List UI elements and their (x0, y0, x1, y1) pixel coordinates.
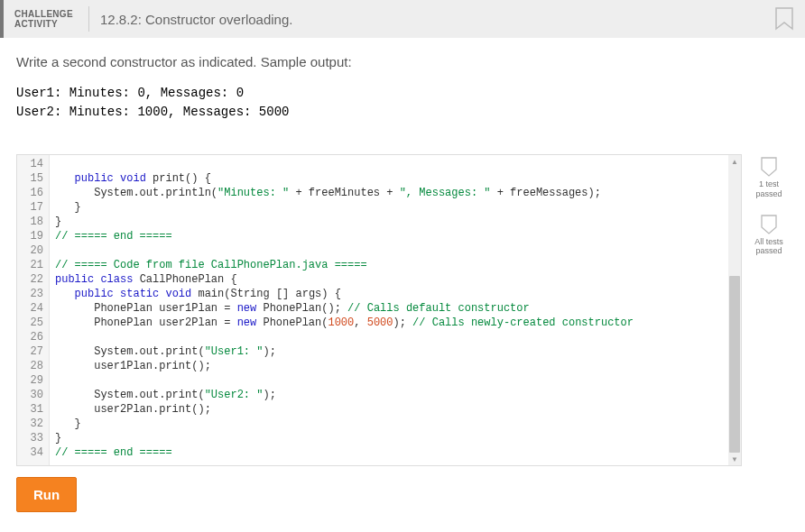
content: Write a second constructor as indicated.… (0, 38, 805, 525)
run-button[interactable]: Run (16, 477, 77, 512)
shield-icon (760, 214, 778, 235)
all-tests-badge: All testspassed (754, 214, 783, 257)
scroll-up-arrow-icon[interactable]: ▲ (728, 155, 741, 168)
scroll-thumb[interactable] (729, 276, 740, 453)
header-label-line2: ACTIVITY (14, 19, 58, 29)
bookmark-icon[interactable] (774, 7, 794, 36)
one-test-label: 1 testpassed (755, 179, 782, 199)
line-number-gutter: 1415161718192021222324252627282930313233… (17, 155, 50, 465)
vertical-scrollbar[interactable]: ▲ ▼ (728, 155, 741, 465)
all-tests-label: All testspassed (754, 237, 783, 257)
header-label: CHALLENGE ACTIVITY (14, 9, 78, 29)
header-title: 12.8.2: Constructor overloading. (100, 12, 292, 27)
header-label-line1: CHALLENGE (14, 9, 73, 19)
header-divider (88, 6, 89, 32)
code-body[interactable]: public void print() { System.out.println… (50, 155, 728, 465)
instructions-text: Write a second constructor as indicated.… (16, 54, 789, 69)
code-editor[interactable]: 1415161718192021222324252627282930313233… (16, 154, 742, 466)
test-badges: 1 testpassed All testspassed (742, 154, 789, 256)
editor-area: 1415161718192021222324252627282930313233… (16, 154, 789, 466)
shield-icon (760, 156, 778, 178)
one-test-badge: 1 testpassed (755, 156, 782, 199)
sample-output: User1: Minutes: 0, Messages: 0 User2: Mi… (16, 84, 789, 122)
scroll-down-arrow-icon[interactable]: ▼ (728, 453, 741, 465)
challenge-header: CHALLENGE ACTIVITY 12.8.2: Constructor o… (0, 0, 805, 38)
